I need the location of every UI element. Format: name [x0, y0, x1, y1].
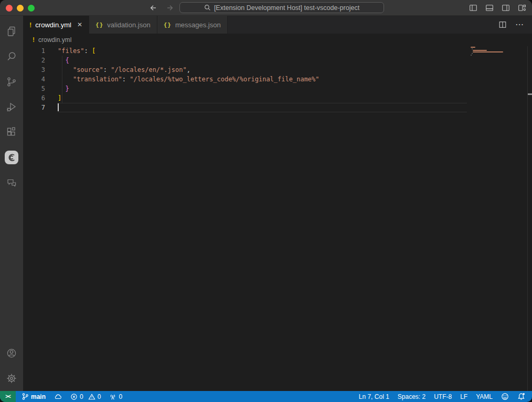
- branch-indicator[interactable]: main: [19, 391, 48, 402]
- code-text: {: [58, 56, 69, 65]
- crowdin-logo: [5, 151, 18, 164]
- comments-icon[interactable]: [0, 170, 23, 195]
- json-file-icon: {}: [164, 22, 172, 28]
- code-line[interactable]: 7: [23, 103, 532, 112]
- breadcrumb-file: crowdin.yml: [38, 36, 71, 44]
- code-text: ]: [58, 93, 61, 103]
- tab-crowdin-yml[interactable]: ! crowdin.yml ✕: [23, 16, 89, 34]
- customize-layout-icon[interactable]: [517, 3, 527, 13]
- line-number[interactable]: 4: [23, 76, 45, 83]
- remote-indicator[interactable]: ><: [0, 391, 16, 402]
- source-control-icon[interactable]: [0, 69, 23, 94]
- json-file-icon: {}: [95, 22, 103, 28]
- language-mode[interactable]: YAML: [473, 391, 495, 402]
- breadcrumb[interactable]: ! crowdin.yml: [23, 34, 532, 46]
- ports-count: 0: [119, 393, 122, 400]
- tab-messages-json[interactable]: {} messages.json: [157, 16, 228, 34]
- eol-indicator[interactable]: LF: [457, 391, 470, 402]
- command-center[interactable]: [Extension Development Host] test-vscode…: [179, 2, 384, 13]
- line-number[interactable]: 6: [23, 94, 45, 102]
- code-line[interactable]: 1"files": [: [23, 46, 532, 56]
- code-text: "translation": "/locales/%two_letters_co…: [58, 75, 320, 84]
- status-bar-right: Ln 7, Col 1 Spaces: 2 UTF-8 LF YAML: [356, 391, 532, 402]
- code-text: }: [58, 84, 69, 93]
- vscode-window: [Extension Development Host] test-vscode…: [0, 0, 532, 402]
- git-branch-icon: [22, 393, 29, 400]
- explorer-icon[interactable]: [0, 19, 23, 44]
- tab-validation-json[interactable]: {} validation.json: [89, 16, 157, 34]
- radio-tower-icon: [109, 393, 116, 400]
- forward-icon[interactable]: [165, 3, 175, 13]
- code-line[interactable]: 4 "translation": "/locales/%two_letters_…: [23, 75, 532, 84]
- accounts-icon[interactable]: [0, 341, 23, 366]
- publish-changes-button[interactable]: [51, 391, 65, 402]
- search-icon: [204, 4, 211, 11]
- close-window-button[interactable]: [6, 5, 13, 12]
- tab-bar: ! crowdin.yml ✕ {} validation.json {} me…: [23, 16, 532, 34]
- code-text: "files": [: [58, 46, 95, 56]
- branch-name: main: [31, 393, 46, 400]
- problems-indicator[interactable]: 0 0: [68, 391, 103, 402]
- code-line[interactable]: 5 }: [23, 84, 532, 93]
- status-bar: >< main 0: [0, 391, 532, 402]
- window-title: [Extension Development Host] test-vscode…: [214, 4, 359, 12]
- tab-label: messages.json: [175, 21, 221, 29]
- editor-actions: ⋯: [498, 16, 532, 34]
- code-line[interactable]: 2 {: [23, 56, 532, 65]
- code-line[interactable]: 6]: [23, 93, 532, 103]
- editor-group: ! crowdin.yml ✕ {} validation.json {} me…: [23, 16, 532, 391]
- more-actions-icon[interactable]: ⋯: [515, 22, 524, 27]
- minimap-lines[interactable]: [471, 47, 525, 58]
- line-number[interactable]: 7: [23, 104, 45, 111]
- current-line-highlight: [58, 103, 467, 112]
- indentation-indicator[interactable]: Spaces: 2: [395, 391, 428, 402]
- extensions-icon[interactable]: [0, 120, 23, 145]
- encoding-indicator[interactable]: UTF-8: [431, 391, 454, 402]
- close-tab-icon[interactable]: ✕: [77, 21, 82, 28]
- warning-icon: !: [33, 36, 35, 44]
- title-bar: [Extension Development Host] test-vscode…: [0, 0, 532, 16]
- minimap-line: [471, 56, 472, 57]
- workbench: ! crowdin.yml ✕ {} validation.json {} me…: [0, 16, 532, 391]
- overview-ruler-cursor-marker: [528, 93, 532, 95]
- code-lines: 1"files": [2 {3 "source": "/locales/en/*…: [23, 46, 532, 112]
- split-editor-icon[interactable]: [498, 20, 507, 29]
- overview-ruler: [527, 46, 528, 391]
- code-editor[interactable]: 1"files": [2 {3 "source": "/locales/en/*…: [23, 46, 532, 391]
- code-text: "source": "/locales/en/*.json",: [58, 65, 190, 75]
- cloud-icon: [54, 393, 62, 400]
- crowdin-view-icon[interactable]: [0, 145, 23, 170]
- line-number[interactable]: 5: [23, 85, 45, 92]
- manage-gear-icon[interactable]: [0, 366, 23, 391]
- toggle-primary-sidebar-icon[interactable]: [469, 3, 478, 13]
- notifications-bell-icon[interactable]: [515, 391, 528, 402]
- feedback-smiley-icon[interactable]: [498, 391, 512, 402]
- warnings-icon: [88, 393, 95, 400]
- warning-count: 0: [98, 393, 101, 400]
- run-and-debug-icon[interactable]: [0, 94, 23, 120]
- text-cursor: [58, 103, 59, 111]
- minimap-line: [472, 53, 473, 54]
- zoom-window-button[interactable]: [28, 5, 35, 12]
- activity-bar: [0, 16, 23, 391]
- errors-icon: [70, 393, 78, 400]
- back-icon[interactable]: [148, 3, 158, 13]
- window-controls: [6, 5, 35, 12]
- line-number[interactable]: 2: [23, 57, 45, 64]
- warning-icon: !: [29, 21, 31, 29]
- tab-label: validation.json: [107, 21, 150, 29]
- toggle-secondary-sidebar-icon[interactable]: [501, 3, 510, 13]
- status-bar-left: main 0 0: [16, 391, 125, 402]
- line-number[interactable]: 1: [23, 47, 45, 55]
- minimize-window-button[interactable]: [17, 5, 24, 12]
- search-view-icon[interactable]: [0, 44, 23, 69]
- indent-guide: [62, 56, 62, 103]
- minimap-line: [471, 55, 472, 56]
- ports-indicator[interactable]: 0: [107, 391, 125, 402]
- minimap-line: [473, 50, 487, 51]
- tab-label: crowdin.yml: [35, 21, 71, 29]
- code-line[interactable]: 3 "source": "/locales/en/*.json",: [23, 65, 532, 75]
- cursor-position[interactable]: Ln 7, Col 1: [356, 391, 392, 402]
- toggle-panel-icon[interactable]: [485, 3, 494, 13]
- line-number[interactable]: 3: [23, 66, 45, 73]
